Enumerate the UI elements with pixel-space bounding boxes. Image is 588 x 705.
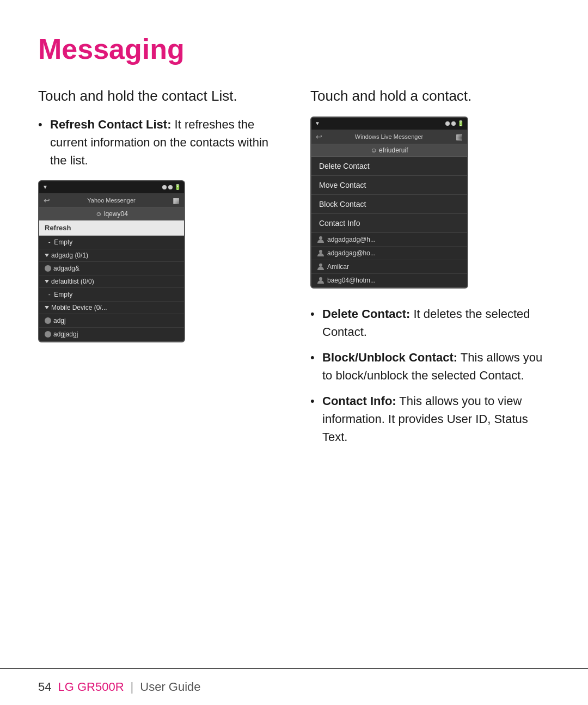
contact-adgjadgj: adgjadgj	[39, 328, 184, 341]
right-phone-header: ↩ Windows Live Messenger ▦	[311, 130, 467, 144]
menu-delete-contact[interactable]: Delete Contact	[311, 157, 467, 176]
bullet-delete-contact: Delete Contact: It deletes the selected …	[310, 305, 550, 341]
bullet-refresh-bold: Refresh Contact List:	[50, 118, 171, 131]
svg-point-3	[319, 277, 322, 280]
right-contact-1: adgadgadg@h...	[311, 233, 467, 247]
left-phone-status-bar: ▼ 🔋	[39, 181, 184, 193]
menu-icon: ▦	[173, 196, 180, 205]
contact-icon-2	[45, 317, 51, 324]
svg-point-1	[319, 250, 322, 253]
bullet-info-bold: Contact Info:	[322, 394, 396, 408]
username: lqewy04	[104, 210, 128, 218]
left-phone-user-row: ☺ lqewy04	[39, 208, 184, 220]
back-icon: ↩	[44, 196, 50, 205]
status-icons: 🔋	[162, 184, 181, 190]
menu-contact-info[interactable]: Contact Info	[311, 214, 467, 233]
person-icon-3	[317, 263, 324, 271]
right-contact-3: Amilcar	[311, 260, 467, 274]
svg-point-2	[319, 263, 322, 267]
bullet-delete-bold: Delete Contact:	[322, 307, 410, 321]
right-contact-2: adgadgag@ho...	[311, 247, 467, 260]
contact-icon-1	[45, 265, 51, 272]
group-mobile: Mobile Device (0/...	[39, 302, 184, 314]
signal-icon: ▼	[42, 184, 48, 190]
person-icon-4	[317, 277, 324, 284]
status-dot-2	[168, 185, 173, 189]
right-status-dot-2	[451, 121, 456, 126]
status-dot-1	[162, 185, 167, 189]
page-title: Messaging	[38, 33, 550, 65]
left-phone-mockup: ▼ 🔋 ↩ Yahoo Messenger ▦ ☺ lqewy04	[38, 180, 185, 342]
right-heading: Touch and hold a contact.	[310, 87, 550, 106]
messenger-name: Yahoo Messenger	[53, 197, 169, 204]
left-heading: Touch and hold the contact List.	[38, 87, 278, 106]
right-phone-mockup: ▼ 🔋 ↩ Windows Live Messenger ▦ ☺ efriude…	[310, 117, 468, 289]
footer-guide: User Guide	[140, 680, 200, 694]
battery-icon: 🔋	[174, 184, 181, 190]
footer-separator: |	[131, 680, 134, 694]
refresh-label: Refresh	[45, 224, 71, 232]
right-back-icon: ↩	[316, 132, 322, 141]
menu-move-contact[interactable]: Move Contact	[311, 176, 467, 195]
contact-adgj: adgj	[39, 314, 184, 328]
bullet-contact-info: Contact Info: This allows you to view in…	[310, 392, 550, 446]
triangle-down-icon-3	[45, 306, 49, 309]
user-icon: ☺	[95, 210, 104, 218]
group-defaultlist: defaultlist (0/0)	[39, 275, 184, 288]
refresh-row: Refresh	[39, 220, 184, 236]
right-signal-icon: ▼	[315, 120, 320, 126]
list-item-empty2: - Empty	[39, 288, 184, 302]
triangle-down-icon-2	[45, 280, 49, 283]
page-footer: 54 LG GR500R | User Guide	[0, 668, 588, 705]
right-messenger-name: Windows Live Messenger	[326, 133, 452, 140]
right-username: efriuderuif	[379, 146, 408, 154]
contact-adgadg: adgadg&	[39, 262, 184, 275]
person-icon-2	[317, 249, 324, 257]
right-bullet-list: Delete Contact: It deletes the selected …	[310, 305, 550, 446]
right-column: Touch and hold a contact. ▼ 🔋 ↩ Windows …	[310, 87, 550, 457]
list-item-empty1: - Empty	[39, 236, 184, 249]
right-status-icons: 🔋	[445, 120, 464, 126]
right-status-dot-1	[445, 121, 450, 126]
left-phone-header: ↩ Yahoo Messenger ▦	[39, 193, 184, 208]
left-bullet-list: Refresh Contact List: It refreshes the c…	[38, 115, 278, 169]
left-column: Touch and hold the contact List. Refresh…	[38, 87, 278, 342]
person-icon-1	[317, 236, 324, 243]
menu-block-contact[interactable]: Block Contact	[311, 195, 467, 214]
footer-brand: LG GR500R	[58, 680, 124, 694]
page-number: 54	[38, 680, 51, 694]
group-adgadg: adgadg (0/1)	[39, 249, 184, 262]
right-user-icon: ☺	[371, 146, 379, 154]
contact-icon-3	[45, 331, 51, 338]
right-phone-status-bar: ▼ 🔋	[311, 118, 467, 130]
svg-point-0	[319, 236, 322, 240]
bullet-refresh: Refresh Contact List: It refreshes the c…	[38, 115, 278, 169]
right-menu-icon: ▦	[456, 132, 463, 141]
bullet-block-bold: Block/Unblock Contact:	[322, 351, 457, 364]
bullet-block-unblock: Block/Unblock Contact: This allows you t…	[310, 348, 550, 384]
right-contact-4: baeg04@hotm...	[311, 274, 467, 287]
right-battery-icon: 🔋	[457, 120, 464, 126]
triangle-down-icon	[45, 254, 49, 257]
right-phone-user-row: ☺ efriuderuif	[311, 144, 467, 157]
main-content: Touch and hold the contact List. Refresh…	[38, 87, 550, 457]
